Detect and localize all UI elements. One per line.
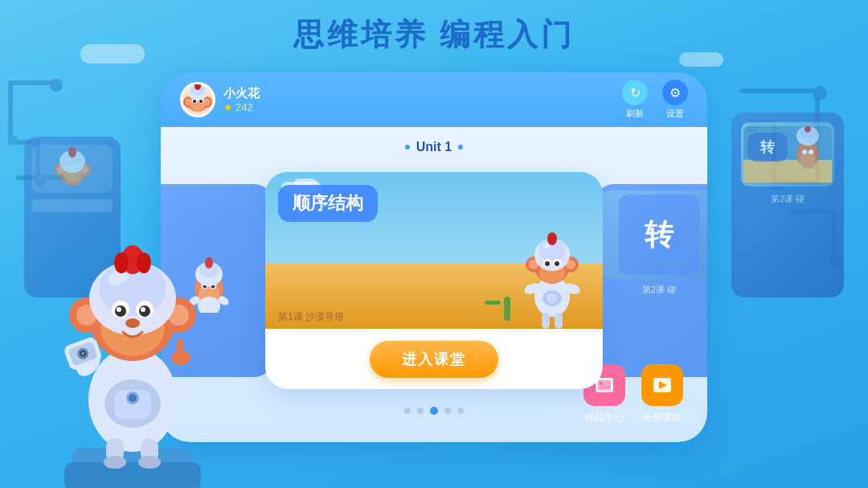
- star-icon: ★: [223, 101, 233, 113]
- unit-text: Unit 1: [416, 140, 452, 154]
- svg-point-126: [125, 318, 140, 328]
- mascot-monkey: [48, 215, 217, 488]
- avatar: [180, 82, 215, 117]
- svg-point-104: [129, 394, 137, 402]
- svg-text:转: 转: [644, 218, 674, 251]
- svg-rect-33: [743, 160, 832, 182]
- page-title: 思维培养 编程入门: [0, 14, 868, 55]
- carousel: 顺序结构 第1课 沙漠寻塔: [161, 164, 707, 397]
- settings-label: 设置: [666, 108, 684, 120]
- svg-point-35: [800, 151, 816, 169]
- scene-monkey: [516, 216, 588, 329]
- dot-3-active[interactable]: [430, 407, 438, 415]
- enter-btn-container: 进入课堂: [265, 329, 603, 389]
- all-courses-button[interactable]: 全部课程: [641, 364, 683, 424]
- svg-rect-0: [8, 80, 56, 85]
- svg-point-83: [547, 232, 557, 245]
- svg-point-109: [104, 456, 126, 469]
- refresh-button[interactable]: ↻ 刷新: [622, 80, 648, 120]
- user-score: ★ 242: [223, 101, 260, 113]
- svg-point-37: [809, 150, 813, 154]
- right-card-sublabel: 第2课 碰: [741, 193, 834, 205]
- user-info: 小火花 ★ 242: [180, 82, 260, 117]
- deco-screen-right: 转 第2课 碰: [731, 113, 844, 297]
- svg-rect-136: [177, 339, 183, 357]
- refresh-icon: ↻: [622, 80, 648, 105]
- pagination-dots: [404, 407, 464, 415]
- refresh-label: 刷新: [626, 108, 644, 120]
- scene-title-text: 顺序结构: [293, 193, 363, 213]
- score-value: 242: [235, 101, 253, 113]
- svg-point-5: [50, 79, 63, 92]
- svg-rect-71: [555, 313, 563, 329]
- scene-title-label: 顺序结构: [278, 185, 378, 222]
- svg-rect-70: [542, 313, 550, 329]
- tablet-container: 小火花 ★ 242 ↻ 刷新 ⚙ 设置: [161, 72, 707, 442]
- settings-button[interactable]: ⚙ 设置: [662, 80, 688, 120]
- right-card-label: 第2课 碰: [601, 284, 707, 296]
- next-card[interactable]: 转 第2课 碰: [595, 184, 707, 377]
- courses-icon: [641, 364, 683, 406]
- svg-rect-1: [8, 80, 13, 145]
- card-scene: 顺序结构 第1课 沙漠寻塔: [265, 172, 603, 329]
- unit-dot-right: [458, 145, 463, 150]
- svg-rect-99: [64, 462, 201, 488]
- svg-point-124: [117, 307, 121, 312]
- user-name-score-group: 小火花 ★ 242: [223, 86, 260, 113]
- unit-label: Unit 1: [405, 140, 463, 154]
- svg-point-36: [802, 150, 807, 154]
- dot-2[interactable]: [417, 408, 424, 414]
- username: 小火花: [223, 86, 260, 101]
- svg-point-94: [600, 382, 603, 385]
- svg-point-86: [545, 261, 550, 266]
- svg-text:转: 转: [760, 139, 776, 155]
- right-card-image: 转: [741, 122, 834, 187]
- svg-point-13: [813, 86, 827, 100]
- svg-point-128: [114, 252, 129, 273]
- dot-1[interactable]: [404, 408, 411, 414]
- works-center-label: 作品中心: [585, 411, 624, 424]
- main-lesson-card[interactable]: 顺序结构 第1课 沙漠寻塔: [265, 172, 603, 389]
- svg-point-110: [138, 456, 161, 469]
- header-right: ↻ 刷新 ⚙ 设置: [622, 80, 688, 120]
- enter-classroom-button[interactable]: 进入课堂: [370, 341, 498, 378]
- svg-point-87: [555, 261, 559, 266]
- lesson-label: 第1课 沙漠寻塔: [278, 310, 344, 324]
- svg-point-6: [8, 135, 18, 145]
- svg-point-125: [141, 307, 145, 312]
- dot-5[interactable]: [457, 408, 464, 414]
- dot-4[interactable]: [444, 408, 451, 414]
- settings-icon: ⚙: [662, 80, 688, 105]
- all-courses-label: 全部课程: [643, 411, 682, 424]
- svg-rect-89: [547, 293, 558, 303]
- svg-point-129: [137, 252, 151, 273]
- svg-rect-8: [739, 88, 820, 93]
- unit-dot-left: [405, 145, 410, 150]
- tablet-header: 小火花 ★ 242 ↻ 刷新 ⚙ 设置: [161, 72, 707, 127]
